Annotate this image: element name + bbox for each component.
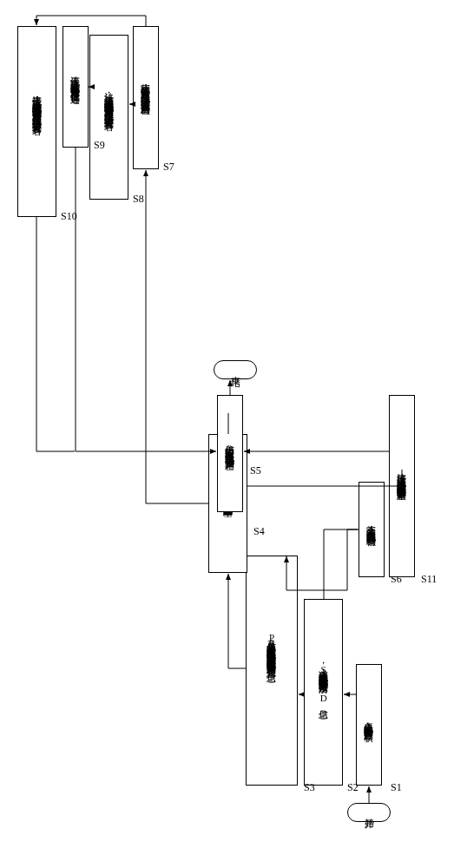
step-s1: 获取用户设备附近的无线接入点: [356, 664, 382, 786]
s4-label: S4: [253, 525, 265, 538]
end-terminal: 结束: [214, 360, 257, 379]
step-s7: 检测所选有可接入提示信息的无线接点在用户设备的连接状态: [133, 26, 159, 169]
step-s3: 获取网络设备基于接入请求返回的无线接入点对应的接入信息及POI信息并在用户设备的…: [246, 556, 298, 786]
step-s5: 在用户设备上呈现与无线接入点对应的广告信息: [217, 395, 243, 512]
s11-text: 基于网络连接失败信息，重新选择有可接入提示信息的无线接点进行连接: [396, 483, 408, 490]
s3-label: S3: [304, 781, 315, 794]
s3-text: 获取网络设备基于接入请求返回的无线接入点对应的接入信息及POI信息并在用户设备的…: [266, 656, 278, 685]
s10-label: S10: [61, 210, 77, 223]
step-s10: 若有可接入提示信息的无线接点在用户设备已经存过连接记录，则用户设备直接与无线接入…: [17, 26, 56, 217]
step-s6: 检测获取的无线接入点的安全状态: [359, 482, 385, 577]
step-s8: 若有可接入提示信息的无线接点在用户设备处于初次连接状态，则需要对无线接入点的接入…: [89, 35, 128, 200]
s10-text: 若有可接入提示信息的无线接点在用户设备已经存过连接记录，则用户设备直接与无线接入…: [30, 118, 43, 126]
step-s11: 基于网络连接失败信息，重新选择有可接入提示信息的无线接点进行连接: [389, 395, 415, 577]
s8-label: S8: [133, 193, 144, 206]
step-s9: 通过认证后先将用户设备与无线接入点建立无线连: [63, 26, 89, 148]
s11-label: S11: [421, 573, 437, 586]
start-terminal: 开始: [347, 803, 391, 822]
s1-label: S1: [391, 781, 402, 794]
s2-text: 向对应网络设备发送无线接入请求，其中，所述接入请求包括无线接入点的SSID信息: [317, 674, 329, 712]
s2-label: S2: [347, 781, 359, 794]
s9-label: S9: [94, 139, 105, 152]
s7-label: S7: [163, 161, 174, 174]
s5-label: S5: [250, 464, 261, 477]
step-s2: 向对应网络设备发送无线接入请求，其中，所述接入请求包括无线接入点的SSID信息: [304, 599, 343, 786]
s8-text: 若有可接入提示信息的无线接点在用户设备处于初次连接状态，则需要对无线接入点的接入…: [102, 114, 115, 122]
